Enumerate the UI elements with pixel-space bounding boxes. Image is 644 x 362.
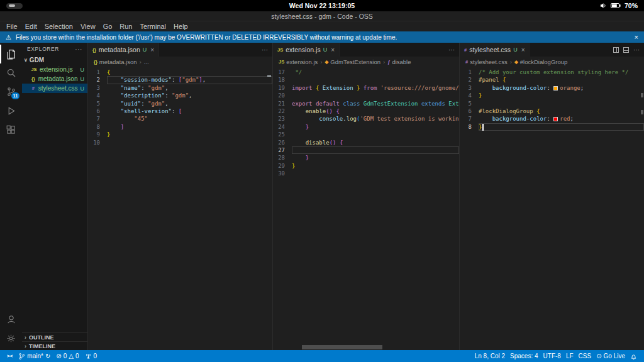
file-row-stylesheet-css[interactable]: #stylesheet.cssU — [22, 84, 87, 93]
branch-indicator[interactable]: main* ↻ — [16, 353, 53, 360]
clock[interactable]: Wed Nov 22 13:19:05 — [94, 2, 550, 9]
code-line: 4 "description": "gdm", — [88, 92, 272, 99]
system-tray[interactable]: 70% — [550, 2, 638, 9]
overview-ruler-mark — [641, 110, 643, 114]
horizontal-scrollbar[interactable] — [302, 345, 382, 349]
breadcrumb-item[interactable]: ƒdisable — [387, 58, 411, 65]
breadcrumb-item[interactable]: ... — [144, 58, 149, 65]
panel-timeline[interactable]: ›TIMELINE — [22, 341, 87, 350]
radio-tower-icon — [85, 353, 92, 359]
tab-stylesheet-css[interactable]: # stylesheet.css U × — [460, 43, 530, 57]
file-type-icon: JS — [277, 47, 283, 53]
panel-outline[interactable]: ›OUTLINE — [22, 332, 87, 341]
symbol-icon: {} — [94, 59, 97, 65]
split-editor-icon[interactable] — [613, 47, 619, 53]
settings-button[interactable] — [0, 329, 22, 348]
line-number: 6 — [88, 107, 107, 115]
close-icon[interactable]: × — [521, 47, 525, 53]
panel-label: OUTLINE — [29, 334, 54, 341]
tab-bar: {} metadata.json U × ··· — [88, 43, 272, 57]
account-button[interactable] — [0, 310, 22, 329]
file-type-icon: {} — [92, 47, 96, 53]
code-line: 17 */ — [273, 69, 459, 76]
menu-item-view[interactable]: View — [77, 23, 99, 30]
warning-icon: △ — [69, 353, 74, 359]
indentation[interactable]: Spaces: 4 — [508, 353, 540, 359]
close-icon[interactable]: × — [331, 47, 335, 53]
ports-indicator[interactable]: 0 — [82, 353, 100, 359]
activity-extensions[interactable] — [0, 120, 22, 139]
breadcrumb-item[interactable]: #stylesheet.css — [465, 58, 508, 65]
go-live-button[interactable]: ⊙ Go Live — [594, 353, 628, 359]
code-line: 30 — [273, 170, 459, 177]
extensions-icon — [6, 125, 16, 134]
remote-icon: >< — [7, 353, 13, 359]
line-content: /* Add your custom extension styling her… — [479, 69, 644, 76]
eol-selector[interactable]: LF — [564, 353, 576, 359]
activity-search[interactable] — [0, 63, 22, 82]
breadcrumb-label: metadata.json — [99, 58, 137, 65]
line-content: disable() { — [292, 139, 459, 146]
breadcrumb-label: ... — [144, 58, 149, 65]
code-line: 27 — [273, 146, 459, 154]
breadcrumb[interactable]: {}metadata.json›... — [88, 57, 272, 67]
menu-item-terminal[interactable]: Terminal — [136, 23, 170, 30]
breadcrumb[interactable]: JSextension.js›◆GdmTestExtension›ƒdisabl… — [273, 57, 459, 67]
code-editor[interactable]: 1/* Add your custom extension styling he… — [460, 67, 644, 350]
activity-run-debug[interactable] — [0, 101, 22, 120]
line-number: 9 — [88, 131, 107, 138]
line-content: background-color: red; — [479, 115, 644, 123]
folder-root[interactable]: ∨ GDM — [22, 55, 87, 65]
menu-item-help[interactable]: Help — [170, 23, 192, 30]
code-editor[interactable]: 17 */1819import { Extension } from 'reso… — [273, 67, 459, 350]
sidebar-title: EXPLORER — [27, 46, 59, 52]
more-actions-icon[interactable]: ··· — [448, 47, 455, 53]
folder-name: GDM — [30, 57, 44, 63]
problems-indicator[interactable]: ⊘ 0 △ 0 — [53, 353, 81, 359]
activities-indicator[interactable] — [6, 3, 23, 9]
more-actions-icon[interactable]: ··· — [75, 46, 82, 53]
activity-source-control[interactable]: 11 — [0, 82, 22, 101]
breadcrumb-item[interactable]: JSextension.js — [279, 58, 318, 65]
line-content: } — [292, 162, 459, 170]
code-line: 8 ] — [88, 123, 272, 131]
overview-ruler-mark — [267, 75, 271, 77]
file-row-extension-js[interactable]: JSextension.jsU — [22, 65, 87, 74]
remote-indicator[interactable]: >< — [4, 353, 15, 359]
menu-item-run[interactable]: Run — [116, 23, 136, 30]
menu-item-go[interactable]: Go — [99, 23, 116, 30]
menu-item-selection[interactable]: Selection — [41, 23, 77, 30]
cursor-position[interactable]: Ln 8, Col 2 — [472, 353, 508, 359]
encoding[interactable]: UTF-8 — [541, 353, 564, 359]
menu-item-file[interactable]: File — [3, 23, 21, 30]
tab-metadata-json[interactable]: {} metadata.json U × — [88, 43, 159, 57]
notifications-bell[interactable] — [628, 353, 640, 360]
toggle-layout-icon[interactable] — [623, 47, 629, 53]
explorer-sidebar: EXPLORER ··· ∨ GDM JSextension.jsU{}meta… — [22, 43, 88, 350]
close-icon[interactable]: × — [150, 47, 154, 53]
menu-item-edit[interactable]: Edit — [21, 23, 41, 30]
file-row-metadata-json[interactable]: {}metadata.jsonU — [22, 74, 87, 84]
activity-explorer[interactable] — [0, 45, 22, 63]
line-number: 5 — [88, 100, 107, 107]
more-actions-icon[interactable]: ··· — [633, 47, 640, 53]
breadcrumb-item[interactable]: {}metadata.json — [94, 58, 137, 65]
breadcrumb-item[interactable]: ◆GdmTestExtension — [325, 58, 381, 65]
code-line: 3 background-color: orange; — [460, 84, 644, 92]
code-editor[interactable]: 1{2 "session-modes": ["gdm"],3 "name": "… — [88, 67, 272, 350]
git-status-badge: U — [323, 47, 328, 53]
branch-name: main* — [27, 353, 43, 359]
code-line: 1/* Add your custom extension styling he… — [460, 69, 644, 76]
git-status-badge: U — [80, 76, 85, 82]
file-type-icon: JS — [31, 67, 37, 72]
line-content: { — [107, 69, 272, 76]
more-actions-icon[interactable]: ··· — [262, 47, 268, 53]
breadcrumb[interactable]: #stylesheet.css›◆#lockDialogGroup — [460, 57, 644, 67]
account-icon — [6, 314, 16, 324]
line-content: #lockDialogGroup { — [479, 107, 644, 115]
close-icon[interactable]: × — [635, 33, 638, 41]
language-mode[interactable]: CSS — [576, 353, 594, 359]
chevron-right-icon: › — [383, 58, 385, 65]
breadcrumb-item[interactable]: ◆#lockDialogGroup — [514, 58, 567, 65]
tab-extension-js[interactable]: JS extension.js U × — [273, 43, 340, 57]
